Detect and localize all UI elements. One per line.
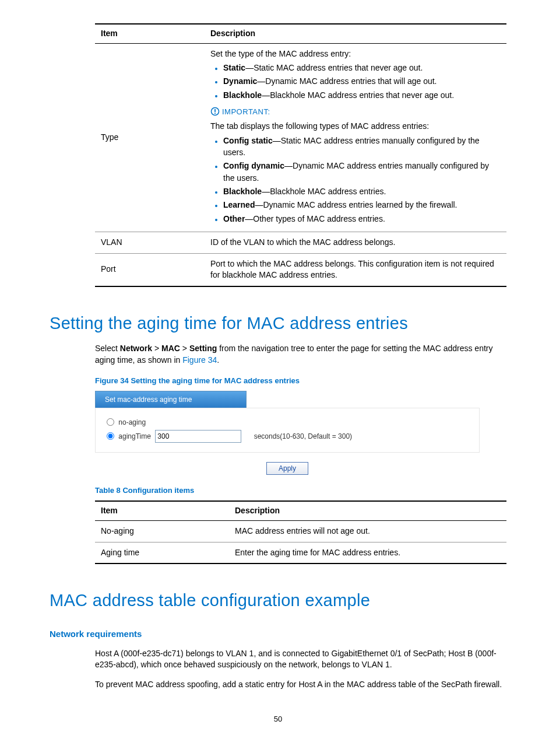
cell-vlan-desc: ID of the VLAN to which the MAC address … — [205, 232, 506, 253]
th-item: Item — [95, 24, 205, 43]
list-item: Blackhole—Blackhole MAC address entries. — [223, 186, 501, 197]
th-item: Item — [95, 501, 229, 520]
figure-link[interactable]: Figure 34 — [182, 355, 217, 365]
section-heading-example: MAC address table configuration example — [50, 589, 506, 612]
radio-aging-time-row: agingTime seconds(10-630, Default = 300) — [104, 430, 471, 443]
nav-paragraph: Select Network > MAC > Setting from the … — [95, 343, 506, 366]
list-item: Static—Static MAC address entries that n… — [223, 62, 501, 74]
table-row-vlan: VLAN ID of the VLAN to which the MAC add… — [95, 232, 506, 253]
table-row: No-aging MAC address entries will not ag… — [95, 521, 506, 542]
list-item: Blackhole—Blackhole MAC address entries … — [223, 89, 501, 101]
table-row-type: Type Set the type of the MAC address ent… — [95, 43, 506, 232]
svg-rect-2 — [214, 113, 216, 114]
section-heading-aging: Setting the aging time for MAC address e… — [50, 312, 506, 335]
cell-vlan-item: VLAN — [95, 232, 205, 253]
table-config-items: Item Description No-aging MAC address en… — [95, 501, 506, 564]
radio-aging-time-label: agingTime — [118, 432, 151, 440]
th-desc: Description — [205, 24, 506, 43]
table-row: Aging time Enter the aging time for MAC … — [95, 542, 506, 564]
list-item: Other—Other types of MAC address entries… — [223, 213, 501, 225]
aging-time-hint: seconds(10-630, Default = 300) — [254, 432, 352, 440]
type-list1: Static—Static MAC address entries that n… — [210, 62, 501, 101]
apply-button[interactable]: Apply — [266, 462, 308, 475]
list-item: Config dynamic—Dynamic MAC address entri… — [223, 160, 501, 184]
radio-no-aging-label: no-aging — [118, 418, 146, 426]
table-caption: Table 8 Configuration items — [95, 485, 506, 496]
svg-rect-1 — [214, 109, 216, 112]
paragraph-hosts: Host A (000f-e235-dc71) belongs to VLAN … — [95, 648, 506, 671]
list-item: Learned—Dynamic MAC address entries lear… — [223, 199, 501, 211]
important-callout: IMPORTANT: — [210, 107, 501, 117]
aging-time-input[interactable] — [155, 430, 241, 443]
figure-caption: Figure 34 Setting the aging time for MAC… — [95, 376, 506, 386]
subheading-network-req: Network requirements — [50, 628, 506, 640]
radio-aging-time[interactable] — [107, 432, 114, 440]
page-number: 50 — [50, 714, 506, 724]
type-intro: Set the type of the MAC address entry: — [210, 48, 501, 60]
important-label: IMPORTANT: — [222, 107, 270, 116]
list-item: Dynamic—Dynamic MAC address entries that… — [223, 75, 501, 87]
figure-34: Set mac-address aging time no-aging agin… — [95, 391, 480, 475]
table-mac-items: Item Description Type Set the type of th… — [95, 23, 506, 287]
radio-no-aging-row: no-aging — [104, 416, 471, 428]
table-row-port: Port Port to which the MAC address belon… — [95, 253, 506, 286]
type-list2: Config static—Static MAC address entries… — [210, 135, 501, 225]
radio-no-aging[interactable] — [107, 418, 114, 426]
paragraph-spoofing: To prevent MAC address spoofing, add a s… — [95, 679, 506, 691]
cell-type-item: Type — [95, 43, 205, 232]
cell-type-desc: Set the type of the MAC address entry: S… — [205, 43, 506, 232]
alert-icon — [210, 107, 222, 116]
type-intro2: The tab displays the following types of … — [210, 121, 501, 132]
cell-port-item: Port — [95, 253, 205, 286]
list-item: Config static—Static MAC address entries… — [223, 135, 501, 159]
th-desc: Description — [229, 501, 506, 520]
figure-tab-header: Set mac-address aging time — [95, 391, 247, 408]
cell-port-desc: Port to which the MAC address belongs. T… — [205, 253, 506, 286]
